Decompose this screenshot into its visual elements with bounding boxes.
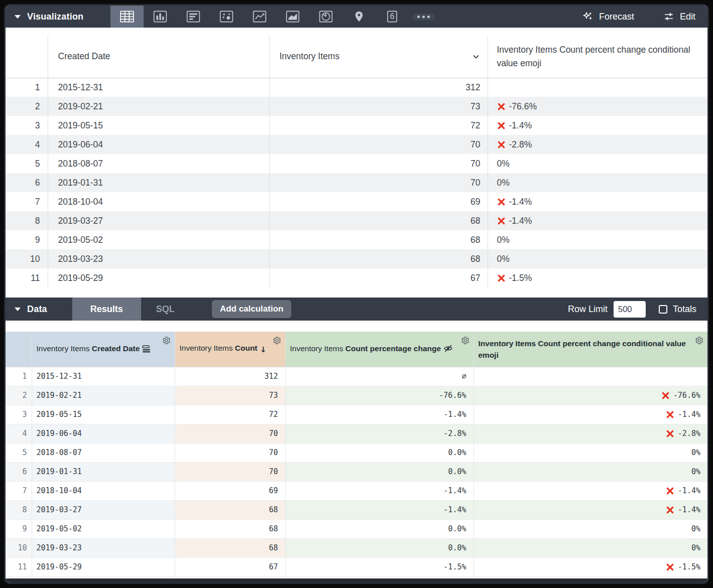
viz-col-emoji[interactable]: Inventory Items Count percent change con…: [488, 36, 707, 78]
sort-desc-arrow-icon[interactable]: ↓: [260, 344, 267, 356]
hierarchy-icon[interactable]: [142, 344, 152, 356]
created-date-cell[interactable]: 2019-03-23: [48, 249, 269, 268]
created-date-cell[interactable]: 2019-05-29: [48, 268, 269, 287]
inventory-items-count-cell[interactable]: 68: [269, 249, 488, 268]
viz-type-single-value-icon[interactable]: 6: [376, 6, 409, 28]
gear-icon[interactable]: [162, 336, 171, 345]
results-col-percentage-change[interactable]: Inventory Items Count percentage change: [285, 332, 473, 367]
created-date-cell[interactable]: 2019-01-31: [48, 173, 269, 192]
inventory-items-count-cell[interactable]: 70: [269, 173, 488, 192]
created-date-cell[interactable]: 2019-03-27: [48, 211, 269, 230]
percentage-change-cell[interactable]: 0.0%: [285, 443, 473, 462]
emoji-cell[interactable]: -76.6%: [473, 386, 707, 405]
created-date-cell[interactable]: 2018-08-07: [48, 154, 269, 173]
results-col-count[interactable]: Inventory Items Count↓: [175, 332, 285, 367]
created-date-cell[interactable]: 2018-10-04: [48, 192, 269, 211]
emoji-cell[interactable]: 0%: [488, 173, 707, 192]
count-cell[interactable]: 67: [175, 557, 285, 576]
emoji-cell[interactable]: -1.4%: [473, 481, 707, 500]
count-cell[interactable]: 68: [175, 519, 285, 538]
emoji-cell[interactable]: -1.4%: [473, 405, 707, 424]
inventory-items-count-cell[interactable]: 70: [269, 135, 488, 154]
forecast-button[interactable]: Forecast: [582, 11, 634, 22]
created-date-cell[interactable]: 2019-03-23: [32, 538, 175, 557]
gear-icon[interactable]: [695, 336, 703, 345]
inventory-items-count-cell[interactable]: 70: [269, 154, 488, 173]
viz-type-row-icon[interactable]: [177, 6, 210, 28]
count-cell[interactable]: 70: [175, 424, 285, 443]
emoji-cell[interactable]: -76.6%: [488, 97, 707, 116]
viz-type-more-icon[interactable]: [409, 6, 438, 28]
created-date-cell[interactable]: 2015-12-31: [32, 367, 175, 386]
created-date-cell[interactable]: 2019-03-27: [32, 500, 175, 519]
created-date-cell[interactable]: 2019-06-04: [32, 424, 175, 443]
created-date-cell[interactable]: 2019-02-21: [32, 386, 175, 405]
results-col-created-date[interactable]: Inventory Items Created Date: [32, 332, 175, 367]
emoji-cell[interactable]: -2.8%: [488, 135, 707, 154]
emoji-cell[interactable]: [473, 367, 707, 386]
count-cell[interactable]: 68: [175, 538, 285, 557]
emoji-cell[interactable]: 0%: [473, 538, 707, 557]
created-date-cell[interactable]: 2018-08-07: [32, 443, 175, 462]
created-date-cell[interactable]: 2019-05-02: [48, 230, 269, 249]
edit-button[interactable]: Edit: [663, 11, 695, 22]
percentage-change-cell[interactable]: -1.4%: [285, 481, 473, 500]
totals-checkbox[interactable]: [659, 305, 667, 314]
inventory-items-count-cell[interactable]: 68: [269, 211, 488, 230]
collapse-caret-icon[interactable]: [15, 15, 21, 19]
created-date-cell[interactable]: 2019-05-29: [32, 557, 175, 576]
inventory-items-count-cell[interactable]: 312: [269, 78, 488, 97]
emoji-cell[interactable]: 0%: [488, 249, 707, 268]
created-date-cell[interactable]: 2019-05-02: [32, 519, 175, 538]
percentage-change-cell[interactable]: -2.8%: [285, 424, 473, 443]
created-date-cell[interactable]: 2019-01-31: [32, 462, 175, 481]
viz-type-pie-icon[interactable]: [309, 6, 342, 28]
percentage-change-cell[interactable]: -1.4%: [285, 500, 473, 519]
emoji-cell[interactable]: -2.8%: [473, 424, 707, 443]
count-cell[interactable]: 73: [175, 386, 285, 405]
emoji-cell[interactable]: 0%: [473, 443, 707, 462]
created-date-cell[interactable]: 2019-02-21: [48, 97, 269, 116]
count-cell[interactable]: 70: [175, 462, 285, 481]
percentage-change-cell[interactable]: 0.0%: [285, 538, 473, 557]
created-date-cell[interactable]: 2015-12-31: [48, 78, 269, 97]
percentage-change-cell[interactable]: -1.5%: [285, 557, 473, 576]
viz-col-created-date[interactable]: Created Date: [48, 36, 269, 78]
emoji-cell[interactable]: -1.4%: [488, 211, 707, 230]
add-calculation-button[interactable]: Add calculation: [212, 300, 292, 318]
inventory-items-count-cell[interactable]: 73: [269, 97, 488, 116]
viz-type-line-icon[interactable]: [243, 6, 276, 28]
viz-type-scatter-icon[interactable]: [210, 6, 243, 28]
gear-icon[interactable]: [273, 336, 281, 345]
emoji-cell[interactable]: 0%: [473, 462, 707, 481]
emoji-cell[interactable]: -1.5%: [473, 557, 707, 576]
eye-slash-icon[interactable]: [443, 344, 453, 356]
emoji-cell[interactable]: 0%: [488, 154, 707, 173]
count-cell[interactable]: 69: [175, 481, 285, 500]
percentage-change-cell[interactable]: ∅: [285, 367, 473, 386]
inventory-items-count-cell[interactable]: 68: [269, 230, 488, 249]
viz-type-bar-icon[interactable]: [144, 6, 177, 28]
emoji-cell[interactable]: -1.4%: [488, 116, 707, 135]
row-limit-input[interactable]: [614, 301, 646, 318]
emoji-cell[interactable]: [488, 78, 707, 97]
created-date-cell[interactable]: 2019-05-15: [48, 116, 269, 135]
count-cell[interactable]: 68: [175, 500, 285, 519]
emoji-cell[interactable]: -1.5%: [488, 268, 707, 287]
inventory-items-count-cell[interactable]: 67: [269, 268, 488, 287]
tab-sql[interactable]: SQL: [141, 298, 190, 321]
emoji-cell[interactable]: 0%: [488, 230, 707, 249]
inventory-items-count-cell[interactable]: 72: [269, 116, 488, 135]
emoji-cell[interactable]: 0%: [473, 519, 707, 538]
created-date-cell[interactable]: 2018-10-04: [32, 481, 175, 500]
created-date-cell[interactable]: 2019-06-04: [48, 135, 269, 154]
count-cell[interactable]: 72: [175, 405, 285, 424]
count-cell[interactable]: 70: [175, 443, 285, 462]
viz-col-inventory-items[interactable]: Inventory Items: [269, 36, 488, 78]
chevron-down-icon[interactable]: [471, 52, 481, 61]
inventory-items-count-cell[interactable]: 69: [269, 192, 488, 211]
gear-icon[interactable]: [461, 336, 469, 345]
viz-type-map-icon[interactable]: [342, 6, 376, 28]
percentage-change-cell[interactable]: 0.0%: [285, 519, 473, 538]
percentage-change-cell[interactable]: -76.6%: [285, 386, 473, 405]
